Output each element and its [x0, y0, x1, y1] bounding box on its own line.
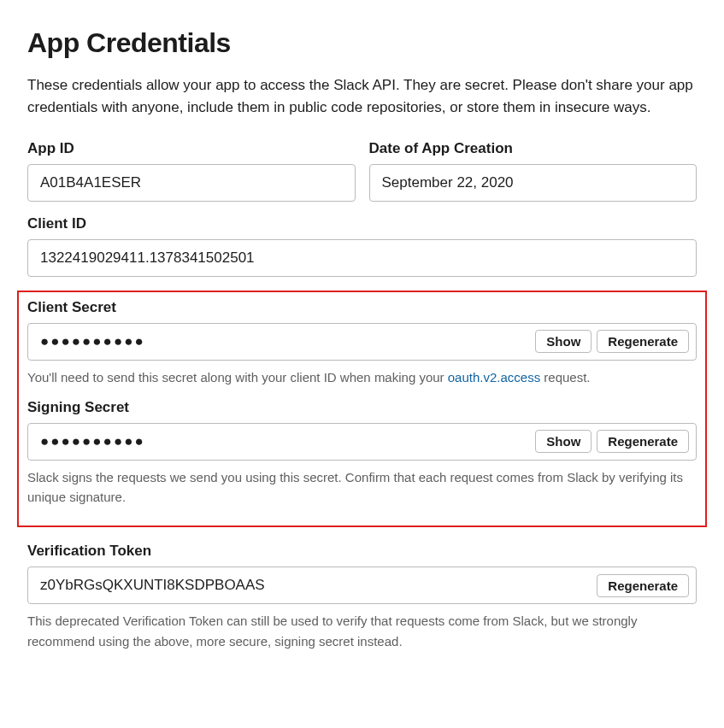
signing-secret-help: Slack signs the requests we send you usi… — [27, 467, 697, 508]
client-secret-input[interactable]: ●●●●●●●●●● Show Regenerate — [27, 323, 697, 361]
client-secret-help: You'll need to send this secret along wi… — [27, 367, 697, 387]
signing-secret-input[interactable]: ●●●●●●●●●● Show Regenerate — [27, 423, 697, 461]
app-id-label: App ID — [27, 140, 356, 157]
client-secret-regenerate-button[interactable]: Regenerate — [597, 330, 689, 353]
verification-token-value: z0YbRGsQKXUNTI8KSDPBOAAS — [40, 577, 597, 594]
date-created-value: September 22, 2020 — [382, 174, 685, 191]
client-secret-value: ●●●●●●●●●● — [40, 333, 535, 350]
client-secret-show-button[interactable]: Show — [535, 330, 592, 353]
date-created-label: Date of App Creation — [369, 140, 698, 157]
signing-secret-field: Signing Secret ●●●●●●●●●● Show Regenerat… — [27, 399, 697, 508]
client-id-label: Client ID — [27, 215, 697, 232]
signing-secret-regenerate-button[interactable]: Regenerate — [597, 430, 689, 453]
client-secret-help-suffix: request. — [540, 370, 590, 385]
verification-token-label: Verification Token — [27, 543, 697, 560]
verification-token-help: This deprecated Verification Token can s… — [27, 611, 697, 651]
app-id-value: A01B4A1ESER — [40, 174, 343, 191]
signing-secret-show-button[interactable]: Show — [535, 430, 592, 453]
date-created-input[interactable]: September 22, 2020 — [369, 164, 698, 202]
page-description: These credentials allow your app to acce… — [27, 74, 697, 120]
secrets-highlight-box: Client Secret ●●●●●●●●●● Show Regenerate… — [17, 291, 707, 528]
app-id-field: App ID A01B4A1ESER — [27, 140, 356, 202]
date-created-field: Date of App Creation September 22, 2020 — [369, 140, 698, 202]
page-title: App Credentials — [27, 27, 697, 59]
verification-token-input[interactable]: z0YbRGsQKXUNTI8KSDPBOAAS Regenerate — [27, 567, 697, 604]
client-id-value: 1322419029411.1378341502501 — [40, 250, 684, 267]
client-secret-help-prefix: You'll need to send this secret along wi… — [27, 370, 448, 385]
app-id-input[interactable]: A01B4A1ESER — [27, 164, 356, 202]
verification-token-regenerate-button[interactable]: Regenerate — [597, 574, 689, 597]
client-secret-field: Client Secret ●●●●●●●●●● Show Regenerate… — [27, 299, 697, 387]
verification-token-field: Verification Token z0YbRGsQKXUNTI8KSDPBO… — [27, 543, 697, 651]
oauth-link[interactable]: oauth.v2.access — [448, 370, 540, 385]
client-secret-label: Client Secret — [27, 299, 697, 316]
signing-secret-value: ●●●●●●●●●● — [40, 433, 535, 450]
signing-secret-label: Signing Secret — [27, 399, 697, 416]
client-id-input[interactable]: 1322419029411.1378341502501 — [27, 239, 697, 277]
client-id-field: Client ID 1322419029411.1378341502501 — [27, 215, 697, 277]
